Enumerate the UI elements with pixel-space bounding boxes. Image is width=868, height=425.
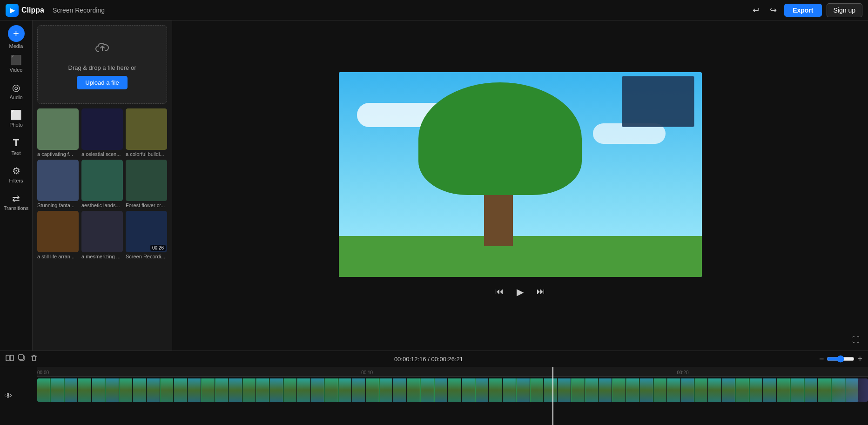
split-button[interactable]	[6, 354, 14, 364]
sidebar-item-text[interactable]: T Text	[2, 133, 30, 160]
zoom-slider[interactable]	[827, 355, 855, 363]
redo-button[interactable]: ↪	[767, 3, 780, 17]
track-frame	[448, 378, 461, 402]
media-thumbnail-4[interactable]: Stunning fanta...	[37, 160, 79, 208]
video-track	[37, 377, 868, 425]
track-frame	[805, 378, 818, 402]
playhead[interactable]	[552, 367, 553, 425]
add-media-button[interactable]: +	[8, 25, 25, 42]
topbar: ▶ Clippa Screen Recording ↩ ↪ Export Sig…	[0, 0, 868, 20]
track-frame	[626, 378, 639, 402]
track-frame	[215, 378, 229, 402]
sidebar-item-audio[interactable]: ◎ Audio	[2, 78, 30, 104]
media-thumbnail-5[interactable]: aesthetic lands...	[81, 160, 123, 208]
ruler-mark: 00:10	[361, 370, 373, 375]
skip-forward-button[interactable]: ⏭	[535, 285, 547, 298]
media-thumbnail-1[interactable]: a captivating f...	[37, 108, 79, 157]
skip-back-button[interactable]: ⏮	[493, 285, 505, 298]
upload-dropzone[interactable]: Drag & drop a file here or Upload a file	[37, 25, 167, 104]
sidebar-item-photo[interactable]: ⬜ Photo	[2, 106, 30, 131]
main-area: + Media ⬛ Video ◎ Audio ⬜ Photo T Text ⚙…	[0, 20, 868, 351]
track-frame	[284, 378, 297, 402]
media-thumbnail-8[interactable]: a mesmerizing ...	[81, 211, 123, 259]
playback-controls: ⏮ ▶ ⏭	[493, 284, 547, 299]
track-frame	[531, 378, 544, 402]
thumb-label: a captivating f...	[37, 151, 79, 157]
zoom-out-button[interactable]: −	[819, 354, 824, 364]
undo-button[interactable]: ↩	[750, 3, 762, 17]
media-label: Media	[9, 43, 23, 49]
track-frame	[695, 378, 708, 402]
video-track-strip[interactable]	[37, 378, 859, 402]
track-frame	[544, 378, 557, 402]
track-frame	[161, 378, 174, 402]
preview-scene	[339, 72, 702, 277]
upload-hint-text: Drag & drop a file here or	[68, 64, 136, 71]
track-frame	[462, 378, 475, 402]
track-frame	[489, 378, 502, 402]
track-frame	[243, 378, 256, 402]
audio-icon: ◎	[12, 82, 20, 93]
sidebar-item-video[interactable]: ⬛ Video	[2, 51, 30, 76]
track-frame	[133, 378, 146, 402]
timeline-time-display: 00:00:12:16 / 00:00:26:21	[42, 356, 815, 363]
track-frame	[640, 378, 653, 402]
export-button[interactable]: Export	[784, 4, 821, 17]
track-frame	[503, 378, 516, 402]
track-frame	[120, 378, 133, 402]
signup-button[interactable]: Sign up	[827, 3, 862, 17]
svg-rect-1	[10, 355, 13, 361]
track-frame	[681, 378, 694, 402]
zoom-in-button[interactable]: +	[857, 354, 862, 364]
media-panel: Drag & drop a file here or Upload a file…	[33, 20, 172, 351]
track-frame	[174, 378, 187, 402]
video-label: Video	[10, 67, 23, 73]
upload-file-button[interactable]: Upload a file	[77, 76, 127, 89]
filters-label: Filters	[9, 178, 23, 183]
media-grid: a captivating f... a celestial scen... a…	[37, 108, 167, 259]
track-frame	[435, 378, 448, 402]
logo-icon: ▶	[6, 4, 19, 17]
track-frame	[722, 378, 735, 402]
track-visibility-button[interactable]: 👁	[5, 392, 37, 400]
ruler-mark: 00:00	[37, 370, 49, 375]
copy-button[interactable]	[18, 354, 26, 364]
timeline: 00:00:12:16 / 00:00:26:21 − + 👁 00:0000:…	[0, 351, 868, 425]
track-frame	[65, 378, 78, 402]
ruler-marks-container: 00:0000:1000:20	[37, 367, 868, 376]
thumb-label: a still life arran...	[37, 254, 79, 259]
track-frame	[421, 378, 434, 402]
media-thumbnail-9[interactable]: 00:26 Screen Recordi...	[126, 211, 167, 259]
track-frame	[229, 378, 242, 402]
preview-area: ⏮ ▶ ⏭	[172, 20, 868, 351]
track-area: 00:0000:1000:20	[37, 367, 868, 425]
thumb-label: a mesmerizing ...	[81, 254, 123, 259]
play-button[interactable]: ▶	[515, 284, 525, 299]
media-thumbnail-7[interactable]: a still life arran...	[37, 211, 79, 259]
tree-canopy	[418, 82, 582, 195]
screen-recording-overlay	[622, 76, 694, 127]
media-thumbnail-6[interactable]: Forest flower cr...	[126, 160, 167, 208]
preview-canvas	[339, 72, 702, 277]
text-label: Text	[11, 150, 20, 156]
delete-button[interactable]	[30, 354, 38, 364]
add-media-wrapper: + Media	[8, 25, 25, 49]
audio-label: Audio	[9, 94, 22, 100]
track-frame	[311, 378, 324, 402]
track-frame	[763, 378, 776, 402]
fullscreen-button[interactable]: ⛶	[850, 334, 861, 346]
media-thumbnail-2[interactable]: a celestial scen...	[81, 108, 123, 157]
track-frame	[599, 378, 612, 402]
track-frame	[777, 378, 790, 402]
sidebar-item-transitions[interactable]: ⇄ Transitions	[2, 189, 30, 215]
track-frame	[78, 378, 91, 402]
media-thumbnail-3[interactable]: a colorful buildi...	[126, 108, 167, 157]
svg-rect-3	[19, 355, 23, 359]
track-frame	[147, 378, 160, 402]
thumb-label: a celestial scen...	[81, 151, 123, 157]
track-frame	[106, 378, 119, 402]
thumb-label: Screen Recordi...	[126, 254, 167, 259]
sidebar-item-filters[interactable]: ⚙ Filters	[2, 162, 30, 187]
photo-label: Photo	[9, 122, 23, 128]
project-name: Screen Recording	[53, 7, 105, 14]
